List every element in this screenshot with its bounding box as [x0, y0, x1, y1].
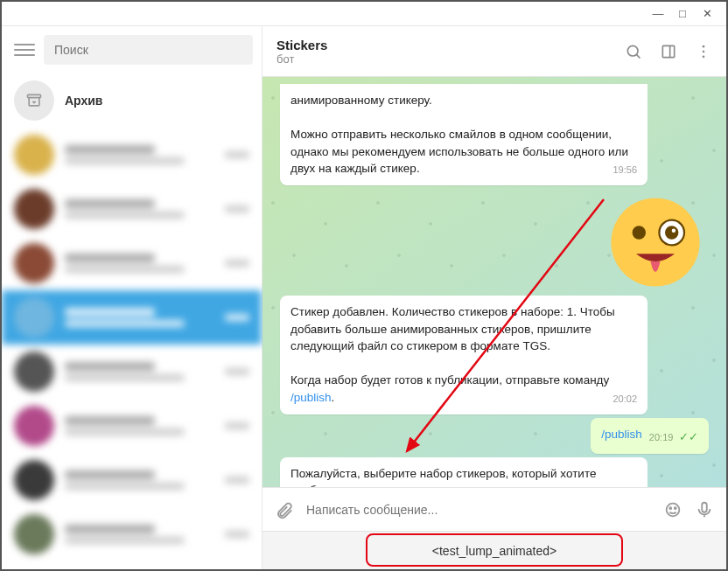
message-incoming[interactable]: анимированному стикеру. Можно отправить … [280, 84, 648, 185]
message-time: 20:19 ✓✓ [649, 426, 698, 446]
composer [262, 487, 726, 531]
quick-reply-button[interactable]: <test_lump_animated> [262, 531, 726, 569]
quick-reply-label: <test_lump_animated> [432, 544, 556, 558]
list-item[interactable] [2, 236, 262, 290]
svg-rect-2 [662, 45, 674, 57]
sidebar-top [2, 26, 262, 73]
archive-label: Архив [65, 94, 102, 108]
svg-point-11 [672, 229, 676, 233]
chat-header: Stickers бот [262, 26, 726, 77]
svg-point-1 [627, 45, 638, 56]
app-window: — □ ✕ Архив [0, 0, 728, 571]
svg-rect-15 [702, 502, 707, 512]
list-item[interactable] [2, 399, 262, 453]
window-titlebar: — □ ✕ [2, 2, 726, 26]
window-minimize-button[interactable]: — [646, 5, 670, 23]
svg-rect-12 [667, 503, 680, 516]
menu-icon[interactable] [14, 39, 35, 60]
svg-point-10 [665, 226, 678, 239]
read-checks-icon: ✓✓ [676, 430, 698, 443]
sidebar: Архив [2, 26, 262, 569]
svg-point-7 [611, 198, 699, 287]
window-maximize-button[interactable]: □ [670, 5, 695, 23]
svg-point-8 [633, 226, 646, 239]
svg-rect-0 [28, 94, 41, 97]
message-text: Пожалуйста, выберите набор стикеров, кот… [290, 467, 596, 487]
command-link[interactable]: /publish [290, 391, 332, 404]
message-incoming[interactable]: Пожалуйста, выберите набор стикеров, кот… [280, 457, 648, 487]
attach-icon[interactable] [275, 500, 294, 519]
message-text: Можно отправить несколько смайлов в одно… [290, 128, 628, 175]
message-incoming[interactable]: Стикер добавлен. Количество стикеров в н… [280, 296, 648, 414]
list-item[interactable] [2, 128, 262, 182]
message-text: . [332, 391, 335, 404]
search-input[interactable] [44, 35, 253, 65]
window-close-button[interactable]: ✕ [695, 5, 719, 23]
svg-point-3 [703, 45, 705, 47]
message-time: 20:02 [612, 389, 637, 407]
archive-row[interactable]: Архив [2, 73, 262, 128]
message-outgoing[interactable]: /publish 20:19 ✓✓ [591, 418, 709, 454]
list-item-selected[interactable] [2, 290, 262, 345]
archive-icon [14, 80, 54, 121]
svg-point-5 [703, 55, 705, 58]
svg-point-13 [669, 507, 671, 509]
sticker-wink-emoji[interactable] [607, 194, 704, 290]
message-time: 19:56 [612, 160, 637, 178]
search-icon[interactable] [625, 43, 642, 60]
main-panel: Stickers бот [262, 26, 726, 569]
svg-point-14 [675, 507, 676, 509]
microphone-icon[interactable] [695, 500, 714, 519]
list-item[interactable] [2, 182, 262, 236]
message-time: 20:19 [612, 482, 637, 487]
chat-title[interactable]: Stickers [276, 38, 625, 52]
app-body: Архив Stickers бот [2, 26, 726, 569]
message-text: Стикер добавлен. Количество стикеров в н… [290, 305, 615, 352]
side-panel-icon[interactable] [660, 43, 677, 60]
message-text: /publish [601, 428, 642, 441]
emoji-icon[interactable] [663, 500, 682, 519]
chat-subtitle: бот [276, 52, 625, 66]
list-item[interactable] [2, 345, 262, 399]
message-text: анимированному стикеру. [290, 94, 432, 107]
list-item[interactable] [2, 507, 262, 561]
svg-point-4 [703, 50, 705, 52]
message-input[interactable] [306, 503, 651, 517]
chat-pane[interactable]: анимированному стикеру. Можно отправить … [262, 77, 726, 487]
message-list: анимированному стикеру. Можно отправить … [262, 77, 726, 487]
list-item[interactable] [2, 453, 262, 507]
kebab-menu-icon[interactable] [695, 43, 712, 60]
message-text: Когда набор будет готов к публикации, от… [290, 373, 609, 386]
chat-list[interactable] [2, 128, 262, 569]
